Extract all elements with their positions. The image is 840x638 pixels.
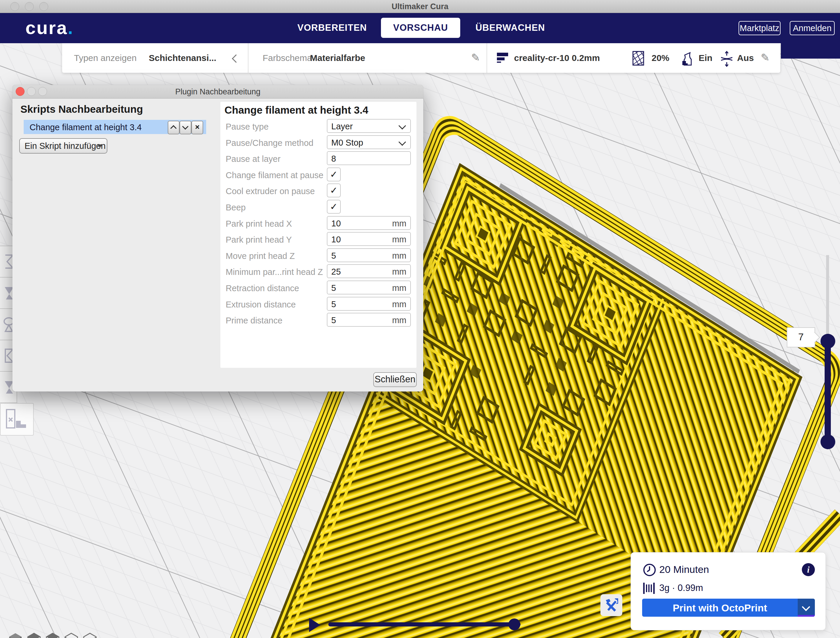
view-solid-icon[interactable] bbox=[27, 633, 41, 638]
print-info-card: 20 Minuten i 3g · 0.99m Print with OctoP… bbox=[631, 552, 826, 630]
script-settings-panel: Change filament at height 3.4 Pause type… bbox=[220, 102, 417, 368]
remove-script-button[interactable]: × bbox=[191, 121, 203, 135]
layer-slider-track[interactable] bbox=[826, 255, 829, 339]
chevron-down-icon bbox=[398, 138, 406, 146]
layer-slider-range[interactable] bbox=[824, 337, 831, 443]
field-label: Change filament at pause bbox=[226, 171, 324, 180]
view-type-value[interactable]: Schichtenansi... bbox=[149, 53, 216, 63]
form-row-pause-change-method: Pause/Change methodM0 Stop bbox=[224, 135, 412, 150]
form-row-minimum-par-rint-head-z: Minimum par...rint head Z25mm bbox=[224, 264, 412, 279]
print-button-label: Print with OctoPrint bbox=[642, 602, 798, 614]
minimum-par-rint-head-z-input[interactable]: 25mm bbox=[327, 264, 411, 278]
monitor-tools-button[interactable] bbox=[600, 594, 622, 616]
close-dialog-button[interactable]: Schließen bbox=[373, 372, 417, 387]
field-label: Pause at layer bbox=[226, 154, 280, 164]
field-label: Park print head Y bbox=[226, 235, 292, 245]
field-label: Pause/Change method bbox=[226, 138, 314, 148]
input-value: 8 bbox=[331, 154, 336, 164]
unit-label: mm bbox=[392, 299, 406, 309]
input-value: 5 bbox=[331, 283, 336, 293]
print-with-octoprint-button[interactable]: Print with OctoPrint bbox=[642, 598, 815, 617]
park-print-head-y-input[interactable]: 10mm bbox=[327, 232, 411, 246]
tab-vorschau[interactable]: VORSCHAU bbox=[381, 18, 460, 38]
support-value[interactable]: Ein bbox=[699, 53, 712, 63]
add-script-button[interactable]: Ein Skript hinzufügen bbox=[19, 138, 107, 154]
chevron-down-icon bbox=[398, 122, 406, 129]
print-options-dropdown[interactable] bbox=[798, 598, 815, 617]
path-slider-track[interactable] bbox=[328, 622, 521, 627]
form-row-pause-at-layer: Pause at layer8 bbox=[224, 151, 412, 166]
dropdown-chevron-icon bbox=[802, 603, 810, 611]
tab-ueberwachen[interactable]: ÜBERWACHEN bbox=[470, 18, 550, 38]
field-label: Extrusion distance bbox=[226, 300, 296, 310]
info-icon[interactable]: i bbox=[802, 563, 815, 576]
view-3d-icon[interactable] bbox=[8, 633, 23, 638]
infill-value[interactable]: 20% bbox=[652, 53, 669, 63]
edit-pencil-icon[interactable]: ✎ bbox=[761, 52, 770, 64]
printer-profile-value[interactable]: creality-cr-10 0.2mm bbox=[514, 53, 600, 63]
input-value: 10 bbox=[331, 219, 341, 228]
form-row-cool-extruder-on-pause: Cool extruder on pause✓ bbox=[224, 184, 412, 198]
unit-label: mm bbox=[392, 219, 406, 228]
pause-change-method-select[interactable]: M0 Stop bbox=[327, 135, 411, 149]
color-scheme-value[interactable]: Materialfarbe bbox=[310, 53, 365, 63]
adhesion-value[interactable]: Aus bbox=[737, 53, 754, 63]
prime-distance-input[interactable]: 5mm bbox=[327, 313, 411, 327]
unit-label: mm bbox=[392, 251, 406, 261]
view-toolbar: Typen anzeigen Schichtenansi... Farbsche… bbox=[62, 43, 780, 73]
beep-checkbox[interactable]: ✓ bbox=[327, 200, 341, 214]
move-print-head-z-input[interactable]: 5mm bbox=[327, 248, 411, 262]
field-label: Minimum par...rint head Z bbox=[226, 267, 323, 277]
filament-icon bbox=[643, 582, 656, 595]
move-up-button[interactable] bbox=[168, 121, 180, 135]
move-down-button[interactable] bbox=[180, 121, 191, 135]
input-value: 25 bbox=[331, 267, 341, 277]
clock-icon bbox=[643, 563, 656, 577]
remove-x-icon: × bbox=[192, 122, 203, 132]
play-button[interactable] bbox=[309, 618, 321, 632]
tools-icon bbox=[605, 598, 618, 612]
toolbar-divider bbox=[248, 43, 248, 73]
path-slider-handle[interactable] bbox=[508, 619, 520, 630]
form-row-change-filament-at-pause: Change filament at pause✓ bbox=[224, 168, 412, 182]
pause-type-select[interactable]: Layer bbox=[327, 119, 411, 133]
marketplace-button[interactable]: Marktplatz bbox=[739, 21, 780, 35]
form-row-pause-type: Pause typeLayer bbox=[224, 119, 412, 134]
collapse-chevron-icon[interactable] bbox=[232, 54, 240, 63]
pause-at-layer-input[interactable]: 8 bbox=[327, 151, 411, 165]
tab-vorbereiten[interactable]: VORBEREITEN bbox=[288, 18, 377, 38]
change-filament-at-pause-checkbox[interactable]: ✓ bbox=[327, 168, 341, 181]
script-name: Change filament at height 3.4 bbox=[30, 122, 142, 132]
move-down-icon bbox=[182, 123, 188, 130]
input-value: 10 bbox=[331, 235, 341, 244]
material-usage: 3g · 0.99m bbox=[659, 583, 703, 593]
layer-range-tool-button[interactable] bbox=[0, 403, 34, 435]
toolbar-divider bbox=[486, 43, 487, 73]
close-button-label: Schließen bbox=[375, 374, 415, 385]
park-print-head-x-input[interactable]: 10mm bbox=[327, 216, 411, 230]
add-script-label: Ein Skript hinzufügen bbox=[25, 141, 106, 151]
retraction-distance-input[interactable]: 5mm bbox=[327, 280, 411, 294]
dialog-titlebar[interactable]: Plugin Nachbearbeitung bbox=[13, 85, 423, 98]
printer-profile-icon bbox=[496, 51, 509, 66]
layer-slider-lower-handle[interactable] bbox=[821, 434, 835, 449]
unit-label: mm bbox=[392, 315, 406, 325]
field-label: Beep bbox=[226, 203, 246, 212]
scripts-heading: Skripts Nachbearbeitung bbox=[21, 103, 143, 115]
cool-extruder-on-pause-checkbox[interactable]: ✓ bbox=[327, 184, 341, 197]
logo-dot: . bbox=[68, 17, 74, 38]
dialog-title: Plugin Nachbearbeitung bbox=[13, 87, 423, 97]
postprocessing-dialog: Plugin Nachbearbeitung Skripts Nachbearb… bbox=[13, 85, 423, 391]
view-right-icon[interactable] bbox=[82, 633, 97, 638]
view-top-icon[interactable] bbox=[45, 633, 60, 638]
select-value: Layer bbox=[331, 122, 353, 131]
extrusion-distance-input[interactable]: 5mm bbox=[327, 297, 411, 311]
field-label: Pause type bbox=[226, 122, 268, 132]
layer-slider-upper-handle[interactable] bbox=[821, 334, 835, 348]
window-titlebar[interactable]: Ultimaker Cura bbox=[0, 0, 840, 13]
form-row-move-print-head-z: Move print head Z5mm bbox=[224, 248, 412, 263]
signin-button[interactable]: Anmelden bbox=[790, 21, 835, 35]
edit-pencil-icon[interactable]: ✎ bbox=[471, 52, 480, 64]
view-left-icon[interactable] bbox=[64, 633, 79, 638]
script-list-item-selected[interactable]: Change filament at height 3.4 × bbox=[24, 120, 206, 134]
